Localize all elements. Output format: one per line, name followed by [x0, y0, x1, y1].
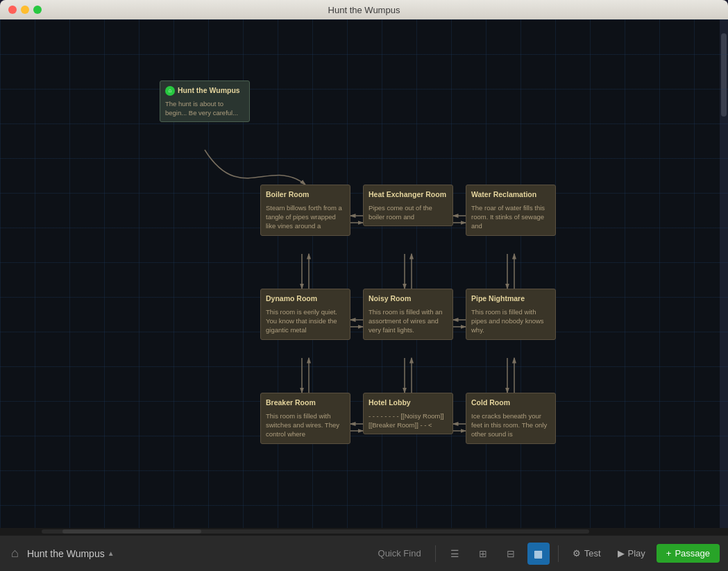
list-view-button[interactable]: ☰ — [444, 543, 466, 565]
window-controls — [8, 6, 42, 14]
list-icon: ☰ — [450, 548, 459, 559]
canvas-content[interactable]: Hunt the Wumpus The hunt is about to beg… — [0, 19, 720, 528]
passage-body: - - - - - - - - [[Noisy Room]] [[Breaker… — [369, 411, 448, 430]
passage-body: The roar of water fills this room. It st… — [471, 203, 550, 231]
play-button[interactable]: ▶ Play — [612, 545, 651, 561]
home-icon[interactable]: ⌂ — [8, 543, 22, 563]
passage-body: This room is eerily quiet. You know that… — [266, 307, 345, 335]
scrollbar-track — [42, 529, 589, 534]
passage-title: Hotel Lobby — [369, 398, 411, 408]
passage-card-cold[interactable]: Cold Room Ice cracks beneath your feet i… — [466, 393, 556, 444]
passage-title: Hunt the Wumpus — [178, 85, 240, 96]
toolbar: ⌂ Hunt the Wumpus ▲ Quick Find ☰ ⊞ ⊟ ▦ ⚙… — [0, 535, 728, 571]
scrollbar-thumb — [721, 33, 727, 117]
window-title: Hunt the Wumpus — [328, 5, 400, 15]
play-label: Play — [628, 548, 645, 559]
grid2-view-button[interactable]: ⊟ — [500, 543, 522, 565]
test-button[interactable]: ⚙ Test — [567, 545, 607, 561]
add-icon: + — [666, 548, 672, 559]
bottom-scrollbar[interactable] — [0, 528, 728, 535]
divider-2 — [558, 545, 559, 562]
divider-1 — [435, 545, 436, 562]
passage-body: Ice cracks beneath your feet in this roo… — [471, 411, 550, 439]
passage-card-breaker[interactable]: Breaker Room This room is filled with sw… — [260, 393, 350, 444]
arrows-svg — [0, 19, 720, 528]
quickfind-button[interactable]: Quick Find — [373, 545, 427, 561]
passage-body: This room is filled with pipes and nobod… — [471, 307, 550, 335]
passage-card-dynamo[interactable]: Dynamo Room This room is eerily quiet. Y… — [260, 289, 350, 340]
scrollbar-right[interactable] — [720, 19, 728, 528]
map-icon: ▦ — [534, 548, 543, 559]
story-name-label: Hunt the Wumpus — [27, 548, 105, 559]
start-icon — [165, 86, 175, 96]
passage-title: Dynamo Room — [266, 293, 317, 304]
titlebar: Hunt the Wumpus — [0, 0, 728, 19]
canvas-area: Hunt the Wumpus The hunt is about to beg… — [0, 19, 728, 528]
passage-body: Steam billows forth from a tangle of pip… — [266, 203, 345, 231]
play-icon: ▶ — [618, 548, 625, 559]
passage-body: This room is filled with switches and wi… — [266, 411, 345, 439]
passage-card-heat[interactable]: Heat Exchanger Room Pipes come out of th… — [363, 185, 453, 226]
passage-body: This room is filled with an assortment o… — [369, 307, 448, 335]
passage-card-boiler[interactable]: Boiler Room Steam billows forth from a t… — [260, 185, 350, 236]
story-name[interactable]: Hunt the Wumpus ▲ — [27, 548, 115, 559]
close-button[interactable] — [8, 6, 17, 14]
passage-card-start[interactable]: Hunt the Wumpus The hunt is about to beg… — [160, 80, 250, 122]
passage-card-water[interactable]: Water Reclamation The roar of water fill… — [466, 185, 556, 236]
story-arrow-icon: ▲ — [108, 549, 115, 557]
passage-title: Noisy Room — [369, 293, 411, 304]
minimize-button[interactable] — [21, 6, 29, 14]
test-label: Test — [584, 548, 601, 559]
canvas-inner: Hunt the Wumpus The hunt is about to beg… — [0, 19, 720, 528]
passage-body: The hunt is about to begin... Be very ca… — [165, 99, 244, 118]
passage-title: Heat Exchanger Room — [369, 189, 446, 200]
passage-title: Breaker Room — [266, 398, 316, 408]
add-label: Passage — [675, 548, 710, 559]
grid-icon: ⊞ — [479, 548, 487, 559]
passage-card-pipe[interactable]: Pipe Nightmare This room is filled with … — [466, 289, 556, 340]
passage-card-noisy[interactable]: Noisy Room This room is filled with an a… — [363, 289, 453, 340]
passage-title: Boiler Room — [266, 189, 309, 200]
map-view-button[interactable]: ▦ — [527, 543, 550, 565]
grid2-icon: ⊟ — [507, 548, 515, 559]
scrollbar-thumb-h — [62, 529, 201, 534]
add-passage-button[interactable]: + Passage — [657, 544, 720, 563]
passage-title: Water Reclamation — [471, 189, 536, 200]
grid-view-button[interactable]: ⊞ — [472, 543, 494, 565]
test-icon: ⚙ — [573, 548, 581, 559]
passage-card-hotel[interactable]: Hotel Lobby - - - - - - - - [[Noisy Room… — [363, 393, 453, 434]
maximize-button[interactable] — [33, 6, 42, 14]
passage-title: Cold Room — [471, 398, 510, 408]
passage-body: Pipes come out of the boiler room and — [369, 203, 448, 222]
passage-title: Pipe Nightmare — [471, 293, 525, 304]
